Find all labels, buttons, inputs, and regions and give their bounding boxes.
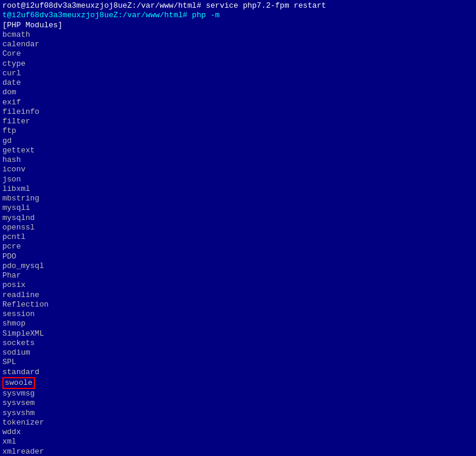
- terminal: root@i2uf08dv3a3meuxzjoj8ueZ:/var/www/ht…: [0, 0, 476, 456]
- terminal-line-21: mysqli: [2, 203, 474, 213]
- terminal-line-22: mysqlnd: [2, 213, 474, 223]
- terminal-line-23: openssl: [2, 223, 474, 232]
- terminal-line-20: mbstring: [2, 194, 474, 203]
- terminal-line-32: session: [2, 310, 474, 319]
- terminal-line-9: dom: [2, 88, 474, 97]
- terminal-line-2: [PHP Modules]: [2, 21, 474, 30]
- terminal-line-41: sysvsem: [2, 398, 474, 408]
- terminal-line-18: json: [2, 175, 474, 184]
- terminal-line-25: pcre: [2, 242, 474, 251]
- terminal-line-24: pcntl: [2, 232, 474, 242]
- terminal-line-15: gettext: [2, 146, 474, 155]
- terminal-line-44: wddx: [2, 428, 474, 437]
- terminal-line-16: hash: [2, 155, 474, 165]
- terminal-line-4: calendar: [2, 40, 474, 49]
- terminal-line-37: SPL: [2, 358, 474, 367]
- terminal-line-33: shmop: [2, 319, 474, 329]
- terminal-line-43: tokenizer: [2, 418, 474, 428]
- terminal-line-13: ftp: [2, 126, 474, 136]
- terminal-line-8: date: [2, 78, 474, 88]
- highlighted-module: swoole: [2, 377, 35, 389]
- terminal-line-27: pdo_mysql: [2, 262, 474, 271]
- terminal-line-1: t@i2uf68dv3a3meuxzjoj8ueZ:/var/www/html#…: [2, 11, 474, 20]
- terminal-line-11: fileinfo: [2, 107, 474, 117]
- terminal-line-35: sockets: [2, 339, 474, 348]
- terminal-line-17: iconv: [2, 165, 474, 174]
- terminal-line-38: standard: [2, 368, 474, 377]
- terminal-line-39: swoole: [2, 377, 474, 389]
- terminal-line-28: Phar: [2, 271, 474, 280]
- terminal-line-19: libxml: [2, 184, 474, 194]
- terminal-line-0: root@i2uf08dv3a3meuxzjoj8ueZ:/var/www/ht…: [2, 1, 474, 11]
- terminal-line-6: ctype: [2, 59, 474, 69]
- terminal-line-42: sysvshm: [2, 409, 474, 418]
- terminal-line-10: exif: [2, 98, 474, 107]
- terminal-line-46: xmlreader: [2, 447, 474, 457]
- terminal-line-7: curl: [2, 69, 474, 78]
- terminal-line-12: filter: [2, 117, 474, 126]
- terminal-line-31: Reflection: [2, 300, 474, 310]
- terminal-line-3: bcmath: [2, 30, 474, 40]
- terminal-line-30: readline: [2, 291, 474, 300]
- terminal-line-45: xml: [2, 437, 474, 447]
- terminal-line-34: SimpleXML: [2, 329, 474, 339]
- terminal-line-40: sysvmsg: [2, 389, 474, 398]
- terminal-line-5: Core: [2, 49, 474, 59]
- terminal-line-14: gd: [2, 136, 474, 146]
- terminal-line-26: PDO: [2, 252, 474, 262]
- terminal-line-29: posix: [2, 280, 474, 290]
- terminal-line-36: sodium: [2, 348, 474, 358]
